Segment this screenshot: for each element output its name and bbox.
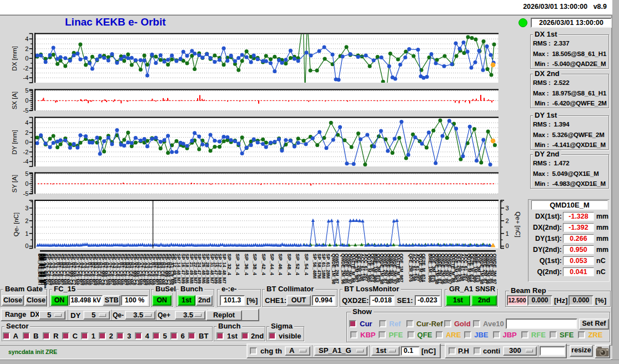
svg-text:SP_34_4: SP_34_4 [235, 254, 241, 276]
svg-text:SP_46_4: SP_46_4 [278, 254, 284, 276]
svg-text:SP_54_4: SP_54_4 [304, 254, 310, 276]
svg-text:2: 2 [506, 218, 509, 224]
svg-text:-5: -5 [23, 107, 29, 114]
svg-text:0: 0 [25, 180, 28, 187]
svg-text:SY [A]: SY [A] [11, 175, 18, 193]
svg-text:SP_14_48_M7: SP_14_48_M7 [222, 254, 227, 284]
svg-text:2: 2 [25, 46, 28, 52]
svg-text:SP_42_4: SP_42_4 [261, 254, 267, 276]
svg-text:SP_44_4: SP_44_4 [269, 254, 275, 276]
svg-text:QWDE_3M_97: QWDE_3M_97 [492, 254, 497, 285]
svg-text:SP_48_4: SP_48_4 [286, 254, 293, 276]
svg-text:-4: -4 [23, 74, 29, 81]
svg-text:3: 3 [25, 205, 28, 211]
svg-text:4: 4 [25, 119, 28, 126]
svg-text:DY [mm]: DY [mm] [11, 130, 18, 155]
svg-text:0: 0 [25, 139, 28, 145]
svg-text:QF2E_M_874: QF2E_M_874 [421, 254, 426, 282]
svg-text:SP_36_4: SP_36_4 [244, 254, 250, 276]
svg-text:0: 0 [25, 97, 28, 104]
svg-text:5: 5 [25, 87, 28, 94]
svg-text:0: 0 [25, 55, 28, 62]
svg-text:SP_56_48M: SP_56_48M [312, 254, 317, 279]
svg-text:5: 5 [25, 170, 28, 177]
svg-text:3: 3 [506, 205, 509, 211]
svg-text:-2: -2 [23, 149, 29, 155]
svg-text:2: 2 [25, 129, 28, 136]
svg-text:SP_61_28M: SP_61_28M [325, 254, 330, 279]
svg-text:SP_52_4: SP_52_4 [295, 254, 301, 276]
svg-text:QWFE_2M_87: QWFE_2M_87 [334, 254, 339, 284]
svg-text:SP_32_4: SP_32_4 [227, 254, 233, 276]
svg-text:SP_38_4: SP_38_4 [252, 254, 258, 276]
svg-text:Qe- [nC]: Qe- [nC] [13, 213, 19, 236]
svg-text:-2: -2 [23, 65, 29, 72]
svg-text:SP_58_47M: SP_58_47M [316, 254, 321, 279]
svg-text:QDE_1M_987: QDE_1M_987 [399, 254, 404, 282]
svg-text:4: 4 [25, 36, 28, 42]
svg-text:0: 0 [506, 242, 509, 249]
svg-text:SP_61_18M: SP_61_18M [321, 254, 326, 279]
svg-text:0: 0 [25, 242, 28, 249]
svg-text:1: 1 [25, 230, 28, 237]
svg-text:-5: -5 [23, 190, 29, 197]
svg-text:SX [A]: SX [A] [11, 92, 18, 110]
svg-text:Qe+ [nC]: Qe+ [nC] [515, 211, 521, 237]
svg-text:-4: -4 [23, 158, 29, 165]
svg-text:DX [mm]: DX [mm] [11, 46, 18, 71]
svg-text:1: 1 [506, 230, 509, 237]
svg-text:2: 2 [25, 218, 28, 224]
